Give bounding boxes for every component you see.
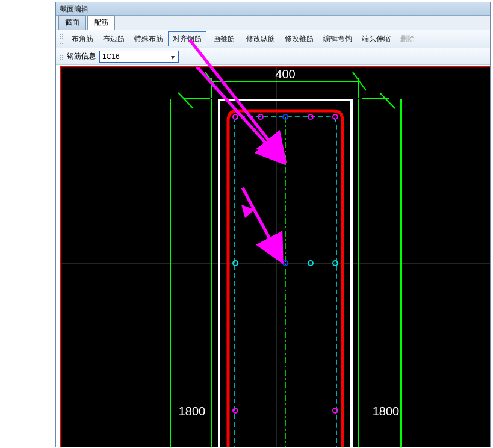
tab-section[interactable]: 截面 (58, 15, 86, 30)
tab-label: 截面 (65, 18, 79, 26)
window-titlebar: 截面编辑 (56, 2, 490, 16)
btn-corner-rebar[interactable]: 布角筋 (67, 31, 98, 46)
infobar-grip-icon (60, 51, 63, 62)
toolbar-grip-icon (60, 34, 63, 45)
drawing-canvas[interactable]: 400 1800 1800 (60, 66, 490, 447)
tab-label: 配筋 (94, 18, 108, 26)
rebar-info-combo[interactable]: ▾ (99, 51, 179, 63)
dim-left: 1800 (179, 405, 206, 418)
dim-right: 1800 (373, 405, 400, 418)
btn-draw-stirrup[interactable]: 画箍筋 (208, 31, 240, 46)
btn-align-rebar[interactable]: 对齐钢筋 (168, 31, 206, 46)
svg-point-26 (333, 408, 338, 413)
rebar-info-label: 钢筋信息 (67, 51, 96, 61)
svg-point-20 (333, 114, 338, 119)
info-bar: 钢筋信息 ▾ (56, 48, 490, 65)
editor-window: 截面编辑 截面 配筋 布角筋 布边筋 特殊布筋 对齐钢筋 画箍筋 修改纵筋 修改… (55, 2, 491, 447)
btn-special-rebar[interactable]: 特殊布筋 (129, 31, 168, 46)
btn-modify-stirrup[interactable]: 修改箍筋 (280, 31, 318, 46)
svg-line-8 (380, 93, 395, 108)
btn-edge-rebar[interactable]: 布边筋 (98, 31, 129, 46)
btn-edit-hook[interactable]: 编辑弯钩 (318, 31, 357, 46)
svg-line-6 (178, 93, 193, 108)
svg-point-16 (233, 114, 238, 119)
rebar-info-input[interactable] (100, 51, 178, 62)
tab-rebar[interactable]: 配筋 (87, 15, 115, 30)
btn-delete[interactable]: 删除 (395, 31, 420, 46)
btn-end-extend[interactable]: 端头伸缩 (357, 31, 395, 46)
window-title: 截面编辑 (60, 5, 88, 13)
dim-top: 400 (275, 67, 295, 81)
svg-point-25 (233, 408, 238, 413)
annotation-arrow-2 (243, 188, 281, 259)
tab-strip: 截面 配筋 (56, 16, 490, 30)
toolbar: 布角筋 布边筋 特殊布筋 对齐钢筋 画箍筋 修改纵筋 修改箍筋 编辑弯钩 端头伸… (56, 30, 490, 48)
drawing-svg: 400 1800 1800 (61, 67, 490, 447)
btn-modify-long[interactable]: 修改纵筋 (241, 31, 280, 46)
